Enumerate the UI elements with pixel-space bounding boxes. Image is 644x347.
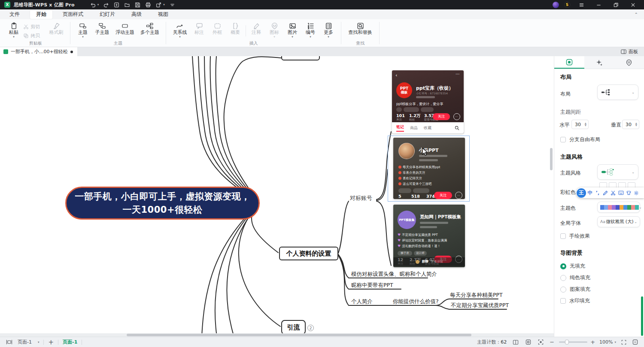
fit-selection-icon[interactable] [538,339,544,345]
ime-chinese-mode-icon[interactable]: 中 [586,190,594,196]
topic-label-bio[interactable]: 个人简介 [351,298,373,305]
toolbar-options-button[interactable] [170,2,175,8]
restore-button[interactable] [610,0,622,9]
ime-cut-icon[interactable] [609,190,617,196]
bg-none-radio[interactable] [560,263,566,269]
free-layout-row[interactable]: 分支自由布局 [560,136,600,143]
zoom-slider-knob[interactable] [565,340,569,344]
global-font-dropdown[interactable]: Aa 微软雅黑 (大) ⌄ [597,216,640,227]
open-file-button[interactable] [124,2,130,8]
free-layout-checkbox[interactable] [560,137,566,142]
document-tab[interactable]: 一部手机，小...00+很轻松 [0,47,77,56]
menu-tab-advanced[interactable]: 高级 [125,10,148,19]
user-avatar[interactable] [553,2,559,8]
theme-color-dropdown[interactable]: ⌄ [597,202,640,213]
zoom-caret-icon[interactable]: ▾ [614,341,616,344]
card1-search-icon[interactable] [455,126,459,130]
find-replace-button[interactable]: 查找和替换 [345,21,375,35]
current-page-link[interactable]: 页面-1 [63,339,77,345]
undo-caret-icon[interactable]: ▾ [97,3,99,6]
copy-button[interactable]: 拷贝 [23,33,46,39]
panel-tab-layout[interactable] [554,56,584,69]
ime-skin-icon[interactable] [625,190,632,195]
sketch-effect-checkbox[interactable] [560,233,566,239]
fit-page-icon[interactable] [526,339,531,345]
card1-message-icon[interactable]: ⋯ [453,113,460,120]
print-button[interactable] [145,2,151,8]
zoom-level-value[interactable]: 100% [599,339,613,345]
page-tab-selector[interactable]: 页面-1 ▾ [18,339,39,345]
topic-label-value-answer-1[interactable]: 每天分享各种精美PPT [450,292,503,299]
bg-solid-radio[interactable] [560,275,566,281]
topic-label-imitate[interactable]: 模仿对标设置头像、昵称和个人简介 [351,271,437,278]
add-page-button[interactable]: + [48,338,54,346]
card2-message-icon[interactable]: ⋯ [455,192,462,199]
comment-button[interactable]: 注释 [248,21,265,35]
bg-watermark-row[interactable]: 水印填充 [560,297,590,305]
ime-settings-icon[interactable] [632,190,640,196]
multiple-topics-button[interactable]: 多个主题 [138,21,162,35]
window-menu-icon[interactable] [575,0,587,9]
share-caret-icon[interactable]: ▾ [163,3,165,6]
bg-pattern-row[interactable]: 图案填充 [560,286,590,293]
card1-follow-button[interactable]: 关注 [433,113,450,120]
topic-label-nickname[interactable]: 昵称中要带有PPT [351,282,393,289]
menu-tab-slides[interactable]: 幻灯片 [94,10,121,19]
minimize-button[interactable] [592,0,605,9]
relationship-button[interactable]: 关系线 ▾ [170,21,190,38]
stepper-arrows-icon[interactable]: ▲▼ [635,122,639,127]
close-button[interactable] [627,0,639,9]
picture-button[interactable]: 图片 ▾ [284,21,301,38]
stepper-arrows-icon[interactable]: ▲▼ [585,122,588,127]
profile-card-xiaoma[interactable]: 小马PPT 每天分享各种精美实用ppt 非喜介意勿关注 喜欢记得关注 这么可爱来… [393,138,465,199]
zoom-in-button[interactable]: + [590,339,595,345]
menu-tab-home[interactable]: 开始 [30,10,52,19]
new-file-button[interactable] [114,2,119,8]
ime-logo-icon[interactable]: 王 [577,188,586,198]
sketch-effect-row[interactable]: 手绘效果 [560,232,590,240]
boundary-button[interactable]: 外框 [209,21,226,35]
save-button[interactable] [135,2,140,8]
card2-follow-button[interactable]: 关注 [434,192,452,199]
topic-button[interactable]: 主题 ▾ [74,21,91,38]
fullscreen-icon[interactable] [621,340,626,345]
horizontal-scrollbar[interactable] [127,334,471,336]
callout-button[interactable]: 标注 [191,21,208,35]
menu-tab-file[interactable]: 文件 [3,10,26,19]
vertical-spacing-stepper[interactable]: 30 ▲▼ [622,120,639,129]
bg-none-row[interactable]: 无填充 [560,263,585,270]
vertical-scrollbar[interactable] [550,148,553,170]
vip-badge-icon[interactable]: S [564,2,570,8]
layout-dropdown[interactable]: ⌄ [597,84,638,100]
summary-button[interactable]: 概要 [227,21,244,35]
horizontal-spacing-stepper[interactable]: 30 ▲▼ [571,120,589,129]
format-painter-button[interactable]: 格式刷 [46,21,66,35]
subtopic-button[interactable]: 子主题 [92,21,112,35]
panel-toggle-button[interactable]: 面板 [621,48,644,55]
undo-button[interactable] [90,2,96,8]
card3-group-bar[interactable]: 群聊 查看详情 [393,257,465,266]
card1-tab-goods[interactable]: 商品 [410,125,418,131]
bg-pattern-radio[interactable] [560,287,566,293]
topic-label-value-question[interactable]: 你能提供什么价值? [393,298,439,305]
menu-tab-view[interactable]: 视图 [152,10,174,19]
bg-watermark-checkbox[interactable] [560,298,566,304]
redo-button[interactable] [103,2,109,8]
topic-node-traffic[interactable]: 引流 [281,320,306,335]
collapse-statusbar-icon[interactable] [632,339,638,345]
menu-tab-page-style[interactable]: 页面样式 [57,10,89,19]
share-button[interactable] [156,2,161,8]
topic-label-value-answer-2[interactable]: 不定期分享宝藏优质PPT [451,302,509,309]
panel-tab-ai[interactable] [584,56,614,69]
mindmap-canvas[interactable]: 一部手机，小白即可上手，虚拟资源变现，一天1000+很轻松 个人资料的设置 引流… [0,56,554,337]
bg-solid-row[interactable]: 纯色填充 [560,274,590,281]
ime-keyboard-icon[interactable] [617,190,625,195]
ime-toolbar[interactable]: 王 中 ’, [576,187,644,198]
zoom-out-button[interactable]: − [550,339,554,345]
topic-node-profile-setup[interactable]: 个人资料的设置 [279,247,338,260]
floating-topic-button[interactable]: 浮动主题 [113,21,137,35]
ime-handwriting-icon[interactable] [601,190,609,196]
profile-card-pptbaoku[interactable]: ‹ ⋯ PPT 模板 ppt宝库（收徒） 小红书号：6716078354 ppt… [392,70,464,133]
paste-button[interactable]: 粘贴 ▾ [5,21,22,38]
page-columns-icon[interactable] [513,340,519,345]
